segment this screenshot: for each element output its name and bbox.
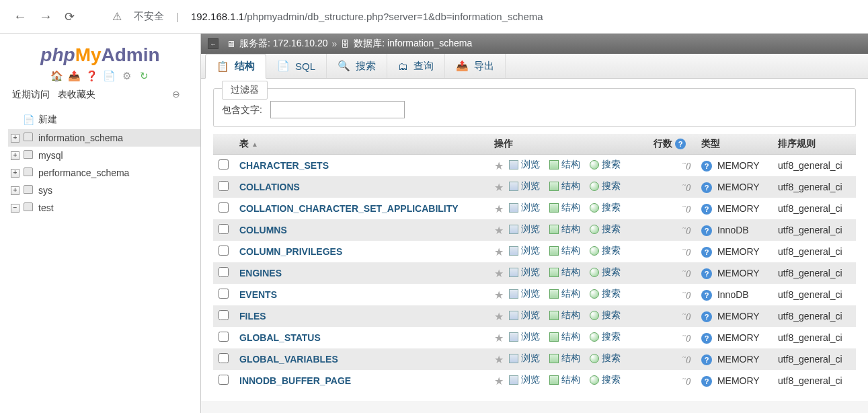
row-checkbox[interactable] xyxy=(219,353,229,363)
table-name-link[interactable]: GLOBAL_STATUS xyxy=(239,332,321,343)
col-type[interactable]: 类型 xyxy=(696,134,773,155)
favorite-star-icon[interactable]: ★ xyxy=(494,160,504,172)
search-link[interactable]: 搜索 xyxy=(590,309,621,322)
row-checkbox[interactable] xyxy=(219,289,229,299)
tab-搜索[interactable]: 🔍搜索 xyxy=(327,54,387,78)
row-checkbox[interactable] xyxy=(219,310,229,320)
row-checkbox[interactable] xyxy=(219,224,229,234)
tab-导出[interactable]: 📤导出 xyxy=(445,54,506,78)
help-icon[interactable]: ? xyxy=(701,354,712,365)
table-name-link[interactable]: INNODB_BUFFER_PAGE xyxy=(239,375,351,386)
favorite-star-icon[interactable]: ★ xyxy=(494,268,504,279)
search-link[interactable]: 搜索 xyxy=(590,245,621,257)
server-link[interactable]: 服务器: 172.16.10.20 xyxy=(239,38,328,50)
table-name-link[interactable]: GLOBAL_VARIABLES xyxy=(239,354,338,365)
table-name-link[interactable]: CHARACTER_SETS xyxy=(239,160,329,171)
db-item-test[interactable]: −test xyxy=(8,199,200,217)
tab-SQL[interactable]: 📄SQL xyxy=(266,54,327,78)
expand-icon[interactable]: − xyxy=(11,204,19,213)
help-icon[interactable]: ? xyxy=(701,268,712,279)
favorite-star-icon[interactable]: ★ xyxy=(494,246,504,258)
row-checkbox[interactable] xyxy=(219,375,229,385)
recent-tab[interactable]: 近期访问 xyxy=(12,89,50,101)
back-button[interactable]: ← xyxy=(13,9,27,24)
structure-link[interactable]: 结构 xyxy=(549,245,580,257)
structure-link[interactable]: 结构 xyxy=(549,202,580,214)
structure-link[interactable]: 结构 xyxy=(549,374,580,386)
help-icon[interactable]: ? xyxy=(701,225,712,236)
reload-nav-icon[interactable]: ↻ xyxy=(138,70,150,82)
table-name-link[interactable]: FILES xyxy=(239,311,266,322)
table-name-link[interactable]: COLUMNS xyxy=(239,225,287,235)
favorite-star-icon[interactable]: ★ xyxy=(494,289,504,301)
favorites-tab[interactable]: 表收藏夹 xyxy=(58,89,95,101)
structure-link[interactable]: 结构 xyxy=(549,331,580,343)
url-bar[interactable]: 192.168.1.1/phpmyadmin/db_structure.php?… xyxy=(191,11,543,22)
table-name-link[interactable]: EVENTS xyxy=(239,289,277,300)
table-name-link[interactable]: ENGINES xyxy=(239,268,282,278)
db-item-performance_schema[interactable]: +performance_schema xyxy=(8,164,200,182)
search-link[interactable]: 搜索 xyxy=(590,223,621,235)
help-icon[interactable]: ? xyxy=(701,376,712,387)
collapse-nav-button[interactable]: ← xyxy=(208,38,219,49)
database-link[interactable]: 数据库: information_schema xyxy=(354,38,472,50)
row-checkbox[interactable] xyxy=(219,246,229,256)
filter-input[interactable] xyxy=(270,101,405,118)
search-link[interactable]: 搜索 xyxy=(590,180,621,192)
tab-结构[interactable]: 📋结构 xyxy=(205,54,266,79)
search-link[interactable]: 搜索 xyxy=(590,288,621,300)
browse-link[interactable]: 浏览 xyxy=(509,180,540,192)
help-icon[interactable]: ? xyxy=(701,204,712,215)
row-checkbox[interactable] xyxy=(219,181,229,191)
search-link[interactable]: 搜索 xyxy=(590,331,621,343)
tab-查询[interactable]: 🗂查询 xyxy=(387,54,445,78)
structure-link[interactable]: 结构 xyxy=(549,159,580,171)
docs-icon[interactable]: ❓ xyxy=(85,70,97,82)
sql-window-icon[interactable]: 📄 xyxy=(103,70,115,82)
row-checkbox[interactable] xyxy=(219,332,229,342)
structure-link[interactable]: 结构 xyxy=(549,288,580,300)
favorite-star-icon[interactable]: ★ xyxy=(494,203,504,215)
browse-link[interactable]: 浏览 xyxy=(509,245,540,257)
browse-link[interactable]: 浏览 xyxy=(509,331,540,343)
structure-link[interactable]: 结构 xyxy=(549,223,580,235)
search-link[interactable]: 搜索 xyxy=(590,159,621,171)
browse-link[interactable]: 浏览 xyxy=(509,288,540,300)
expand-icon[interactable]: + xyxy=(11,134,19,143)
browse-link[interactable]: 浏览 xyxy=(509,223,540,235)
browse-link[interactable]: 浏览 xyxy=(509,159,540,171)
favorite-star-icon[interactable]: ★ xyxy=(494,225,504,236)
table-name-link[interactable]: COLUMN_PRIVILEGES xyxy=(239,246,342,257)
structure-link[interactable]: 结构 xyxy=(549,309,580,322)
browse-link[interactable]: 浏览 xyxy=(509,266,540,278)
table-name-link[interactable]: COLLATIONS xyxy=(239,182,300,192)
browse-link[interactable]: 浏览 xyxy=(509,374,540,386)
col-collation[interactable]: 排序规则 xyxy=(773,134,856,155)
help-icon[interactable]: ? xyxy=(701,161,712,172)
row-checkbox[interactable] xyxy=(219,202,229,213)
favorite-star-icon[interactable]: ★ xyxy=(494,311,504,322)
help-icon[interactable]: ? xyxy=(701,311,712,322)
logout-icon[interactable]: 📤 xyxy=(68,70,80,82)
settings-icon[interactable]: ⚙ xyxy=(120,70,132,82)
structure-link[interactable]: 结构 xyxy=(549,266,580,278)
new-db-link[interactable]: 📄 新建 xyxy=(8,110,200,129)
help-icon[interactable]: ? xyxy=(701,182,712,193)
favorite-star-icon[interactable]: ★ xyxy=(494,182,504,193)
help-icon[interactable]: ? xyxy=(701,247,712,258)
search-link[interactable]: 搜索 xyxy=(590,266,621,278)
link-icon[interactable]: ⊖ xyxy=(172,89,180,100)
structure-link[interactable]: 结构 xyxy=(549,352,580,365)
favorite-star-icon[interactable]: ★ xyxy=(494,332,504,344)
structure-link[interactable]: 结构 xyxy=(549,180,580,192)
help-icon[interactable]: ? xyxy=(701,290,712,301)
db-item-sys[interactable]: +sys xyxy=(8,182,200,199)
col-rows[interactable]: 行数 ? xyxy=(648,134,696,155)
search-link[interactable]: 搜索 xyxy=(590,202,621,214)
col-table[interactable]: 表▲ xyxy=(234,134,489,155)
browse-link[interactable]: 浏览 xyxy=(509,309,540,322)
help-icon[interactable]: ? xyxy=(701,333,712,344)
expand-icon[interactable]: + xyxy=(11,169,19,178)
logo[interactable]: phpMyAdmin xyxy=(0,44,200,66)
favorite-star-icon[interactable]: ★ xyxy=(494,354,504,365)
